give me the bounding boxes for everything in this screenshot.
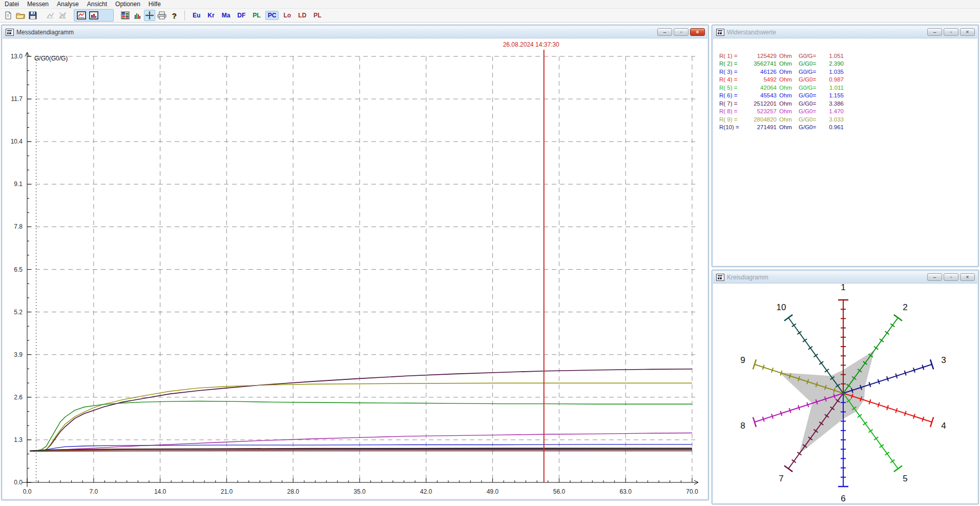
toolbar-separator: [184, 10, 185, 21]
svg-text:3.9: 3.9: [14, 351, 23, 358]
resistance-row: R( 3) =46126OhmG0/G=1.035: [719, 68, 977, 76]
toolbar: ? EuKrMaDFPLPCLoLDPL: [0, 9, 980, 23]
chart-window-title: Messdatendiagramm: [16, 29, 657, 36]
menu-optionen[interactable]: Optionen: [111, 0, 144, 8]
maximize-button[interactable]: ▫: [674, 28, 689, 36]
resistance-row: R( 2) =3562741OhmG/G0=2.390: [719, 60, 977, 68]
svg-text:0.0: 0.0: [23, 488, 32, 495]
svg-text:1.3: 1.3: [14, 436, 23, 443]
svg-text:56.0: 56.0: [553, 488, 566, 495]
radar-circle-chart: 12345678910: [713, 284, 977, 503]
toolbar-spacer: [100, 10, 112, 21]
resistance-row: R( 5) =42064OhmG0/G=1.011: [719, 84, 977, 92]
svg-text:9: 9: [740, 355, 745, 365]
window-messdatendiagramm: Messdatendiagramm – ▫ × 0.07.014.021.028…: [1, 25, 709, 500]
help-icon[interactable]: ?: [169, 10, 180, 21]
svg-text:10: 10: [776, 302, 786, 312]
svg-text:G/G0(G0/G): G/G0(G0/G): [34, 55, 68, 62]
menu-bar: Datei Messen Analyse Ansicht Optionen Hi…: [0, 0, 980, 9]
svg-text:7: 7: [779, 474, 783, 483]
svg-text:0.0: 0.0: [14, 479, 23, 486]
maximize-button[interactable]: ▫: [944, 273, 958, 281]
svg-text:70.0: 70.0: [686, 488, 698, 495]
toolbar-text-button-kr-1[interactable]: Kr: [205, 11, 217, 20]
close-button[interactable]: ×: [960, 273, 975, 281]
radar-window-title: Kreisdiagramm: [727, 274, 927, 281]
menu-datei[interactable]: Datei: [1, 0, 23, 8]
resistance-row: R( 6) =45543OhmG/G0=1.155: [719, 92, 977, 100]
svg-text:10.4: 10.4: [11, 138, 23, 145]
chart-window-icon: [6, 29, 14, 36]
print-icon[interactable]: [156, 10, 168, 21]
open-folder-icon[interactable]: [15, 10, 26, 21]
resistance-row: R( 7) =2512201OhmG/G0=3.386: [719, 99, 977, 108]
measurement-line-chart[interactable]: 0.07.014.021.028.035.042.049.056.063.070…: [3, 38, 707, 499]
toolbar-text-button-pc-5[interactable]: PC: [265, 11, 279, 20]
svg-text:8: 8: [740, 421, 745, 431]
chart-delete-icon-disabled: [57, 10, 68, 21]
svg-text:6: 6: [841, 494, 845, 503]
chart-window-titlebar[interactable]: Messdatendiagramm – ▫ ×: [3, 26, 707, 38]
svg-text:7.0: 7.0: [89, 488, 98, 495]
resistance-window-icon: [716, 29, 724, 36]
svg-text:14.0: 14.0: [154, 488, 166, 495]
line-chart-view-icon[interactable]: [76, 10, 87, 21]
menu-messen[interactable]: Messen: [23, 0, 53, 8]
minimize-button[interactable]: –: [657, 28, 672, 36]
svg-text:13.0: 13.0: [11, 53, 23, 60]
svg-text:49.0: 49.0: [487, 488, 499, 495]
svg-text:2: 2: [903, 302, 907, 312]
svg-text:3: 3: [941, 355, 946, 365]
window-widerstandswerte: Widerstandswerte – ▫ × R( 1) =125429OhmG…: [712, 25, 979, 267]
svg-text:6.5: 6.5: [14, 266, 23, 273]
chart-view-toggle-group: [74, 9, 114, 22]
svg-text:1: 1: [841, 284, 845, 292]
toolbar-text-button-ma-2[interactable]: Ma: [219, 11, 233, 20]
resistance-row: R( 8) =523257OhmG/G0=1.470: [719, 108, 977, 116]
resistance-values-list: R( 1) =125429OhmG0/G=1.051R( 2) =3562741…: [713, 38, 977, 266]
minimize-button[interactable]: –: [927, 28, 942, 36]
svg-text:42.0: 42.0: [420, 488, 432, 495]
resistance-window-titlebar[interactable]: Widerstandswerte – ▫ ×: [713, 26, 977, 38]
svg-text:11.7: 11.7: [11, 95, 23, 103]
menu-analyse[interactable]: Analyse: [53, 0, 83, 8]
radar-window-titlebar[interactable]: Kreisdiagramm – ▫ ×: [713, 271, 977, 284]
svg-text:21.0: 21.0: [221, 488, 233, 495]
resistance-row: R(10) =271491OhmG/G0=0.961: [719, 124, 977, 132]
toolbar-text-button-pl-4[interactable]: PL: [250, 11, 263, 20]
svg-text:26.08.2024 14:37:30: 26.08.2024 14:37:30: [503, 41, 559, 48]
resistance-row: R( 1) =125429OhmG0/G=1.051: [719, 52, 977, 60]
resistance-row: R( 9) =2804820OhmG/G0=3.033: [719, 115, 977, 124]
bar-statistics-icon[interactable]: [132, 10, 143, 21]
svg-text:4: 4: [941, 421, 946, 431]
menu-hilfe[interactable]: Hilfe: [144, 0, 165, 8]
chart-prev-icon-disabled: [45, 10, 56, 21]
toolbar-text-button-df-3[interactable]: DF: [235, 11, 248, 20]
maximize-button[interactable]: ▫: [944, 28, 958, 36]
data-table-icon[interactable]: [119, 10, 131, 21]
svg-text:5: 5: [903, 474, 907, 483]
svg-text:9.1: 9.1: [14, 180, 23, 188]
crosshair-icon[interactable]: [144, 10, 155, 21]
toolbar-text-button-eu-0[interactable]: Eu: [190, 11, 203, 20]
svg-text:7.8: 7.8: [14, 223, 23, 230]
svg-text:35.0: 35.0: [353, 488, 366, 495]
minimize-button[interactable]: –: [927, 273, 942, 281]
close-button[interactable]: ×: [690, 28, 705, 36]
close-button[interactable]: ×: [960, 28, 975, 36]
svg-text:28.0: 28.0: [287, 488, 300, 495]
radar-window-icon: [716, 274, 724, 281]
toolbar-text-button-lo-6[interactable]: Lo: [281, 11, 294, 20]
svg-text:5.2: 5.2: [14, 309, 23, 316]
window-kreisdiagramm: Kreisdiagramm – ▫ × 12345678910: [712, 270, 979, 504]
svg-text:2.6: 2.6: [14, 394, 23, 401]
svg-text:63.0: 63.0: [620, 488, 632, 495]
toolbar-text-button-pl-8[interactable]: PL: [311, 11, 324, 20]
toolbar-text-button-ld-7[interactable]: LD: [296, 11, 309, 20]
resistance-row: R( 4) =5492OhmG/G0=0.987: [719, 76, 977, 84]
mdi-area: Messdatendiagramm – ▫ × 0.07.014.021.028…: [0, 23, 980, 506]
menu-ansicht[interactable]: Ansicht: [83, 0, 111, 8]
save-icon[interactable]: [27, 10, 38, 21]
new-file-icon[interactable]: [3, 10, 14, 21]
bar-chart-view-icon[interactable]: [88, 10, 99, 21]
